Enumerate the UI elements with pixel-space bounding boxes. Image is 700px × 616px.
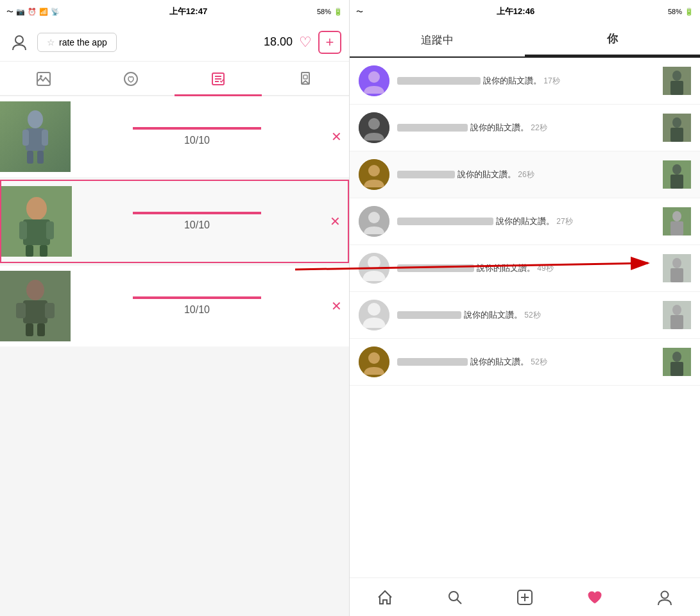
status-icons-left: 〜 📷 ⏰ 📶 📡 bbox=[6, 7, 60, 17]
tab-liked[interactable] bbox=[87, 63, 175, 96]
svg-point-52 bbox=[672, 258, 681, 268]
photo-row-3[interactable]: 10/10 ✕ bbox=[0, 266, 349, 346]
notif-item-1[interactable]: 說你的貼文讚。 17秒 bbox=[350, 58, 700, 105]
notif-item-5[interactable]: 說你的貼文讚。 49秒 bbox=[350, 245, 700, 292]
activity-icon-r: 〜 bbox=[356, 7, 363, 17]
notif-text-4: 說你的貼文讚。 27秒 bbox=[397, 216, 655, 227]
svg-rect-22 bbox=[23, 300, 47, 323]
status-bar-left: 〜 📷 ⏰ 📶 📡 上午12:47 58% 🔋 bbox=[0, 0, 349, 23]
nav-profile[interactable] bbox=[630, 589, 700, 606]
tab-photos[interactable] bbox=[0, 63, 87, 96]
notif-avatar-2 bbox=[359, 112, 389, 143]
tab-checklist[interactable] bbox=[175, 63, 262, 96]
wifi-icon: 📶 bbox=[39, 8, 48, 16]
top-bar-left: ☆ rate the app 18.00 ♡ + bbox=[0, 23, 349, 62]
notif-text-1: 說你的貼文讚。 17秒 bbox=[397, 75, 655, 87]
status-icons-right-panel: 〜 bbox=[356, 7, 363, 17]
notif-item-4[interactable]: 說你的貼文讚。 27秒 bbox=[350, 198, 700, 245]
svg-rect-25 bbox=[26, 323, 33, 336]
remove-button-3[interactable]: ✕ bbox=[323, 293, 349, 319]
notif-username-5 bbox=[397, 264, 474, 272]
notif-avatar-3 bbox=[359, 159, 389, 190]
profile-nav-icon bbox=[656, 589, 673, 606]
bottom-nav-right bbox=[350, 578, 700, 616]
tab-following[interactable]: 追蹤中 bbox=[350, 23, 525, 56]
svg-point-21 bbox=[26, 280, 44, 300]
avatar-silhouette-5 bbox=[359, 253, 389, 284]
svg-rect-43 bbox=[670, 175, 683, 189]
svg-rect-23 bbox=[16, 303, 26, 318]
profile-button[interactable] bbox=[8, 31, 31, 54]
thumb-image-1 bbox=[663, 67, 691, 95]
tab-you[interactable]: 你 bbox=[525, 23, 700, 56]
notif-item-7[interactable]: 說你的貼文讚。 52秒 bbox=[350, 339, 700, 386]
notif-username-2 bbox=[397, 124, 468, 132]
avatar-silhouette-7 bbox=[359, 346, 389, 377]
rate-the-app-button[interactable]: ☆ rate the app bbox=[37, 33, 117, 52]
notification-list: 說你的貼文讚。 17秒 說 bbox=[350, 58, 700, 578]
liked-icon bbox=[123, 71, 139, 87]
add-icon bbox=[516, 589, 533, 606]
battery-icon-right: 🔋 bbox=[685, 8, 694, 16]
svg-rect-38 bbox=[670, 128, 683, 142]
notif-time-4: 27秒 bbox=[556, 217, 572, 226]
left-panel: 〜 📷 ⏰ 📶 📡 上午12:47 58% 🔋 ☆ rate the app 1… bbox=[0, 0, 350, 616]
svg-rect-63 bbox=[670, 362, 683, 376]
notif-action-6: 說你的貼文讚。 bbox=[464, 310, 525, 320]
status-bar-right: 〜 上午12:46 58% 🔋 bbox=[350, 0, 700, 23]
nav-likes[interactable] bbox=[560, 589, 630, 606]
nav-add[interactable] bbox=[490, 589, 559, 606]
thumb-image-5 bbox=[663, 254, 691, 282]
notif-avatar-4 bbox=[359, 206, 389, 237]
svg-rect-19 bbox=[40, 245, 47, 257]
profile-icon bbox=[10, 33, 28, 51]
notif-username-7 bbox=[397, 358, 468, 366]
notif-item-6[interactable]: 說你的貼文讚。 52秒 bbox=[350, 292, 700, 339]
notif-avatar-6 bbox=[359, 300, 389, 330]
time-right: 上午12:46 bbox=[497, 6, 534, 17]
score-fraction-2: 10/10 bbox=[184, 219, 210, 231]
row-center-3: 10/10 bbox=[71, 296, 323, 316]
notif-avatar-1 bbox=[359, 65, 389, 96]
notif-time-1: 17秒 bbox=[543, 76, 559, 85]
thumb-image-4 bbox=[663, 207, 691, 235]
notif-text-6: 說你的貼文讚。 52秒 bbox=[397, 309, 655, 321]
avatar-silhouette-3 bbox=[359, 159, 389, 190]
svg-rect-48 bbox=[670, 221, 683, 235]
notif-item-3[interactable]: 說你的貼文讚。 26秒 bbox=[350, 151, 700, 198]
svg-point-57 bbox=[672, 305, 681, 315]
heart-button[interactable]: ♡ bbox=[299, 34, 312, 51]
close-icon-2: ✕ bbox=[330, 214, 341, 229]
notif-time-5: 49秒 bbox=[537, 264, 553, 273]
battery-pct-right: 58% bbox=[668, 8, 682, 15]
notif-text-5: 說你的貼文讚。 49秒 bbox=[397, 262, 655, 274]
notif-item-2[interactable]: 說你的貼文讚。 22秒 bbox=[350, 105, 700, 151]
remove-button-2[interactable]: ✕ bbox=[322, 209, 348, 234]
avatar-silhouette-4 bbox=[359, 206, 389, 237]
close-icon-3: ✕ bbox=[331, 298, 342, 314]
svg-rect-58 bbox=[670, 315, 683, 329]
notif-text-3: 說你的貼文讚。 26秒 bbox=[397, 169, 655, 180]
notif-username-3 bbox=[397, 171, 455, 178]
content-left: 10/10 ✕ bbox=[0, 96, 349, 616]
svg-point-42 bbox=[672, 164, 681, 175]
svg-line-65 bbox=[457, 599, 461, 604]
svg-point-40 bbox=[368, 165, 380, 176]
nav-search[interactable] bbox=[420, 589, 490, 606]
photo-thumb-2 bbox=[1, 186, 72, 257]
svg-rect-18 bbox=[26, 245, 33, 257]
nav-home[interactable] bbox=[350, 589, 420, 606]
plus-button[interactable]: + bbox=[318, 31, 341, 54]
photo-row-2[interactable]: 10/10 ✕ bbox=[0, 180, 349, 263]
score-label: 18.00 bbox=[264, 35, 293, 49]
remove-button-1[interactable]: ✕ bbox=[323, 124, 349, 150]
notif-thumb-3 bbox=[663, 160, 691, 189]
likes-icon bbox=[586, 589, 603, 606]
photo-row-1[interactable]: 10/10 ✕ bbox=[0, 96, 349, 177]
score-fraction-1: 10/10 bbox=[184, 135, 210, 146]
tab-bookmark[interactable] bbox=[262, 63, 349, 96]
notif-thumb-1 bbox=[663, 67, 691, 95]
battery-right: 58% 🔋 bbox=[668, 8, 694, 16]
search-icon bbox=[447, 589, 463, 606]
notif-avatar-5 bbox=[359, 253, 389, 284]
